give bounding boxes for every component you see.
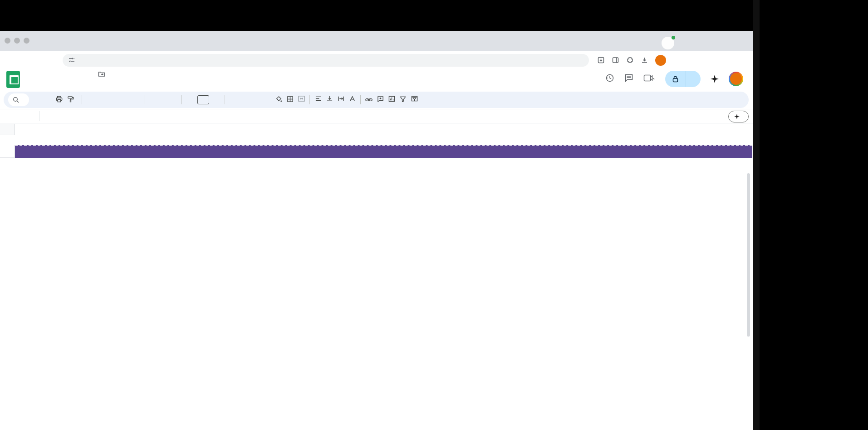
extensions-puzzle-icon[interactable] [626,57,633,64]
insert-link-button[interactable] [365,96,373,104]
row-header-1[interactable] [0,145,15,158]
menus-search-button[interactable] [8,93,29,106]
spreadsheet-grid [0,124,753,430]
merge-cells-button[interactable] [297,95,305,105]
browser-profile-avatar[interactable] [655,55,666,66]
window-controls[interactable] [5,38,29,44]
minimize-window-icon[interactable] [14,38,20,44]
formula-bar [0,109,753,123]
side-panel-icon[interactable] [612,57,619,64]
browser-menu-icon[interactable] [673,57,681,64]
comments-icon[interactable] [624,73,633,84]
sheets-logo-icon[interactable] [6,71,20,88]
toolbar-separator [360,95,361,104]
text-wrap-button[interactable] [337,95,345,104]
sheets-toolbar [4,92,749,108]
zoom-window-icon[interactable] [24,38,29,44]
install-app-icon[interactable] [597,57,604,64]
column-headers [0,124,752,135]
summarise-table-button[interactable] [728,111,749,122]
close-window-icon[interactable] [5,38,10,44]
version-history-icon[interactable] [605,73,614,84]
sparkle-icon [734,114,740,119]
table-header-band [15,145,752,158]
title-icons [91,71,113,78]
horizontal-align-button[interactable] [314,95,322,104]
account-avatar[interactable] [729,72,743,86]
share-divider [686,71,686,87]
filter-views-button[interactable] [410,95,418,104]
gemini-sparkle-icon[interactable] [711,75,719,83]
meet-video-icon[interactable] [643,74,655,84]
macos-menu-bar [0,0,753,31]
font-size-input[interactable] [197,95,209,104]
downloads-icon[interactable] [641,57,648,64]
new-tab-button[interactable] [646,38,657,49]
create-filter-button[interactable] [399,96,407,104]
toolbar-separator [144,95,144,104]
browser-window [0,0,753,430]
vertical-align-button[interactable] [325,95,333,104]
search-icon [13,97,19,103]
table-header-row [0,145,752,158]
toolbar-separator [181,95,182,104]
browser-action-icons [597,55,681,66]
tab-search-button[interactable] [662,37,674,49]
video-call-sidebar [760,0,868,430]
print-button[interactable] [55,96,63,104]
bookmark-star-icon[interactable] [576,57,584,64]
tab-strip [0,31,753,51]
site-settings-icon[interactable] [68,57,75,64]
insert-comment-button[interactable] [376,96,384,104]
borders-button[interactable] [286,96,294,104]
toolbar-separator [82,95,82,104]
window-gap [753,0,760,430]
toolbar-separator [225,95,225,104]
move-folder-icon[interactable] [98,71,105,78]
share-button[interactable] [665,71,701,87]
sheets-appbar [0,70,753,91]
status-dot [672,36,675,39]
toolbar-separator [309,95,310,104]
insert-chart-button[interactable] [387,96,396,104]
text-rotation-button[interactable] [348,95,356,104]
appbar-right [605,71,743,87]
select-all-corner[interactable] [0,124,15,135]
fill-color-button[interactable] [275,96,283,104]
sheets-app [0,70,753,430]
paint-format-button[interactable] [66,96,74,104]
formula-bar-divider [39,111,39,121]
address-bar[interactable] [63,54,589,67]
vertical-scrollbar[interactable] [747,173,750,337]
browser-toolbar [0,51,753,70]
screen [0,0,868,430]
